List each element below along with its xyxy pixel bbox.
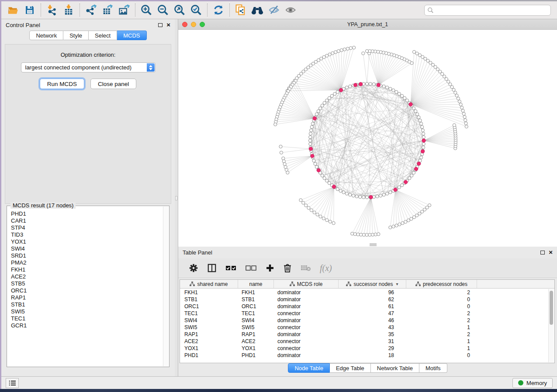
- table-cell: connector: [274, 338, 339, 344]
- table-row[interactable]: PHD1PHD1dominator180: [180, 352, 548, 359]
- table-cell: 1: [406, 338, 477, 344]
- export-table-icon[interactable]: [99, 3, 116, 17]
- table-cell: STB1: [180, 296, 238, 303]
- table-row[interactable]: SWI5SWI5connector431: [180, 324, 548, 331]
- export-network-icon[interactable]: [83, 3, 99, 17]
- mcds-result-item[interactable]: ACE2: [11, 273, 163, 280]
- table-row[interactable]: FKH1FKH1dominator962: [180, 289, 548, 296]
- mcds-result-item[interactable]: FKH1: [11, 266, 163, 273]
- delete-icon[interactable]: [283, 263, 292, 273]
- tab-motifs[interactable]: Motifs: [419, 363, 447, 373]
- table-row[interactable]: TEC1TEC1connector472: [180, 310, 548, 317]
- tab-network[interactable]: Network: [29, 31, 63, 40]
- save-icon[interactable]: [21, 3, 38, 17]
- zoom-out-icon[interactable]: [155, 3, 171, 17]
- mcds-result-item[interactable]: TID3: [11, 231, 163, 238]
- tab-node-table[interactable]: Node Table: [288, 363, 330, 373]
- search-input[interactable]: [424, 5, 551, 16]
- tab-mcds[interactable]: MCDS: [117, 31, 146, 40]
- column-header-predecessor-nodes[interactable]: predecessor nodes: [406, 280, 477, 288]
- import-network-icon[interactable]: [44, 3, 60, 17]
- mcds-result-item[interactable]: GCR1: [11, 322, 163, 329]
- mcds-result-item[interactable]: STP4: [11, 224, 163, 231]
- mcds-result-item[interactable]: STB5: [11, 280, 163, 287]
- table-cell: dominator: [274, 289, 339, 296]
- zoom-fit-icon[interactable]: [171, 3, 188, 17]
- table-cell: TEC1: [180, 310, 238, 316]
- table-cell: 2: [406, 317, 477, 323]
- table-row[interactable]: ACE2ACE2connector311: [180, 338, 548, 345]
- search-binoculars-icon[interactable]: [249, 3, 266, 17]
- import-table-icon[interactable]: [60, 3, 77, 17]
- table-row[interactable]: RAP1RAP1dominator352: [180, 331, 548, 338]
- select-all-icon[interactable]: [225, 265, 237, 272]
- mcds-result-item[interactable]: TEC1: [11, 315, 163, 322]
- table-cell: TEC1: [238, 310, 274, 316]
- mcds-result-item[interactable]: SWI4: [11, 245, 163, 252]
- tab-edge-table[interactable]: Edge Table: [330, 363, 371, 373]
- float-table-panel-icon[interactable]: [540, 251, 545, 254]
- mcds-result-item[interactable]: PHD1: [11, 210, 163, 217]
- mcds-result-item[interactable]: PMA2: [11, 259, 163, 266]
- table-scrollbar[interactable]: [548, 289, 554, 362]
- table-row[interactable]: YOX1YOX1connector291: [180, 345, 548, 352]
- optimization-criterion-select[interactable]: largest connected component (undirected): [21, 62, 156, 72]
- table-row[interactable]: STB1STB1dominator620: [180, 296, 548, 303]
- table-cell: 31: [339, 338, 406, 344]
- table-cell: dominator: [274, 352, 339, 358]
- toolbar-separator: [207, 3, 208, 17]
- table-row[interactable]: SWI4SWI4dominator462: [180, 317, 548, 324]
- mcds-result-item[interactable]: SRD1: [11, 252, 163, 259]
- column-header-name[interactable]: name: [238, 280, 274, 288]
- network-graph[interactable]: [178, 30, 557, 246]
- table-scrollbar-thumb[interactable]: [550, 291, 553, 325]
- open-folder-icon[interactable]: [5, 3, 21, 17]
- eye-icon[interactable]: [282, 3, 299, 17]
- tab-style[interactable]: Style: [63, 31, 89, 40]
- table-toolbar: f(x): [178, 258, 557, 278]
- mcds-list-scrollbar[interactable]: [163, 206, 169, 366]
- close-panel-icon[interactable]: ×: [166, 23, 170, 27]
- run-mcds-button[interactable]: Run MCDS: [40, 79, 84, 89]
- column-header-successor-nodes[interactable]: successor nodes▾: [339, 280, 406, 288]
- zoom-selected-icon[interactable]: [188, 3, 204, 17]
- export-image-icon[interactable]: [116, 3, 132, 17]
- mcds-result-item[interactable]: RAP1: [11, 294, 163, 301]
- duplicate-network-icon[interactable]: [232, 3, 249, 17]
- toggle-visibility-icon[interactable]: [266, 3, 282, 17]
- column-header-shared-name[interactable]: shared name: [180, 280, 238, 288]
- canvas-scroll-grip[interactable]: [370, 243, 377, 246]
- tab-select[interactable]: Select: [89, 31, 117, 40]
- table-cell: PHD1: [180, 352, 238, 358]
- mcds-result-item[interactable]: STB1: [11, 301, 163, 308]
- mcds-result-item[interactable]: SWI5: [11, 308, 163, 315]
- mcds-result-item[interactable]: CAR1: [11, 217, 163, 224]
- close-table-panel-icon[interactable]: ×: [549, 250, 553, 254]
- delete-table-icon[interactable]: [301, 264, 311, 272]
- divider-grip[interactable]: [175, 196, 177, 200]
- task-list-button[interactable]: [6, 378, 19, 388]
- deselect-all-icon[interactable]: [246, 265, 257, 272]
- float-panel-icon[interactable]: [158, 23, 163, 27]
- table-cell: ACE2: [238, 338, 274, 344]
- zoom-in-icon[interactable]: [138, 3, 155, 17]
- table-row[interactable]: ORC1ORC1dominator610: [180, 303, 548, 310]
- gear-icon[interactable]: [189, 263, 198, 273]
- mcds-result-item[interactable]: ORC1: [11, 287, 163, 294]
- mcds-result-item[interactable]: YOX1: [11, 238, 163, 245]
- function-builder-icon[interactable]: f(x): [320, 263, 332, 273]
- refresh-icon[interactable]: [210, 3, 227, 17]
- column-header-MCDS-role[interactable]: MCDS role: [274, 280, 339, 288]
- tab-network-table[interactable]: Network Table: [371, 363, 419, 373]
- memory-button[interactable]: Memory: [512, 378, 553, 388]
- table-cell: SWI4: [238, 317, 274, 323]
- table-cell: 2: [406, 289, 477, 296]
- column-layout-icon[interactable]: [207, 263, 217, 273]
- toolbar-separator: [80, 3, 80, 17]
- add-icon[interactable]: [266, 264, 274, 272]
- close-panel-button[interactable]: Close panel: [90, 79, 136, 89]
- table-cell: 0: [406, 296, 477, 303]
- network-canvas[interactable]: [178, 30, 557, 246]
- table-cell: RAP1: [180, 331, 238, 337]
- panel-divider[interactable]: [175, 19, 178, 376]
